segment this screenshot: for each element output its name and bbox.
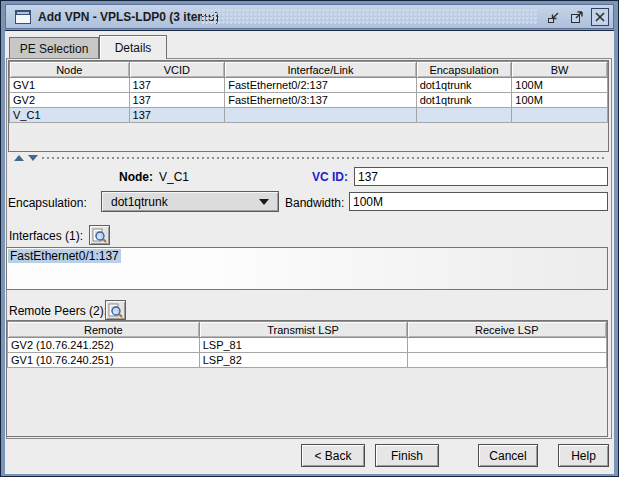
table-cell[interactable] [512, 108, 608, 123]
vcid-label: VC ID: [205, 170, 348, 184]
table-cell[interactable]: LSP_82 [199, 353, 407, 368]
interfaces-list[interactable]: FastEthernet0/1:137 [6, 247, 608, 290]
close-button[interactable] [591, 8, 609, 26]
collapse-up-icon[interactable] [14, 155, 24, 161]
table-cell[interactable] [416, 108, 512, 123]
table-cell[interactable] [407, 338, 606, 353]
list-item[interactable]: FastEthernet0/1:137 [7, 248, 607, 263]
magnifier-icon [108, 303, 123, 318]
table-row[interactable]: GV2 (10.76.241.252)LSP_81 [8, 338, 607, 353]
table-cell[interactable]: FastEthernet0/2:137 [225, 78, 416, 93]
bandwidth-label: Bandwidth: [285, 196, 344, 210]
interfaces-label: Interfaces (1): [9, 229, 83, 243]
table-cell[interactable]: 137 [129, 93, 225, 108]
maximize-button[interactable] [568, 8, 586, 26]
table-cell[interactable] [225, 108, 416, 123]
column-header[interactable]: Remote [8, 322, 200, 338]
table-cell[interactable]: LSP_81 [199, 338, 407, 353]
node-table: NodeVCIDInterface/LinkEncapsulationBWGV1… [9, 61, 608, 123]
back-button[interactable]: < Back [301, 444, 365, 467]
table-cell[interactable]: 137 [129, 78, 225, 93]
interfaces-search-button[interactable] [89, 225, 110, 245]
maximize-icon [569, 9, 585, 25]
window-title: Add VPN - VPLS-LDP0 (3 items) [38, 10, 219, 24]
table-cell[interactable]: 100M [512, 93, 608, 108]
column-header[interactable]: BW [512, 62, 608, 78]
table-cell[interactable]: V_C1 [10, 108, 130, 123]
divider-texture [42, 157, 607, 160]
tab-details[interactable]: Details [99, 35, 167, 59]
close-icon [594, 11, 606, 23]
split-divider[interactable] [8, 153, 609, 163]
title-bar[interactable]: Add VPN - VPLS-LDP0 (3 items) [5, 4, 614, 29]
cancel-button[interactable]: Cancel [478, 444, 538, 467]
table-row[interactable]: V_C1137 [10, 108, 608, 123]
collapse-down-icon[interactable] [28, 155, 38, 161]
magnifier-icon [92, 228, 107, 243]
node-value: V_C1 [159, 170, 189, 184]
bandwidth-input[interactable] [349, 192, 608, 211]
chevron-down-icon [259, 199, 269, 205]
window-icon [15, 10, 31, 28]
node-label: Node: [11, 170, 153, 184]
table-row[interactable]: GV2137FastEthernet0/3:137dot1qtrunk100M [10, 93, 608, 108]
column-header[interactable]: Interface/Link [225, 62, 416, 78]
tab-pe-selection[interactable]: PE Selection [9, 37, 99, 58]
table-cell[interactable] [407, 353, 606, 368]
column-header[interactable]: Encapsulation [416, 62, 512, 78]
column-header[interactable]: VCID [129, 62, 225, 78]
vcid-input[interactable] [354, 167, 608, 186]
table-cell[interactable]: GV1 [10, 78, 130, 93]
table-cell[interactable]: GV2 [10, 93, 130, 108]
remote-peers-table: RemoteTransmist LSPReceive LSPGV2 (10.76… [7, 321, 607, 368]
remote-peers-search-button[interactable] [105, 300, 126, 320]
dialog-body: PE Selection Details NodeVCIDInterface/L… [5, 30, 614, 474]
table-cell[interactable]: FastEthernet0/3:137 [225, 93, 416, 108]
table-row[interactable]: GV1137FastEthernet0/2:137dot1qtrunk100M [10, 78, 608, 93]
remote-peers-scrollpane[interactable]: RemoteTransmist LSPReceive LSPGV2 (10.76… [6, 320, 608, 437]
encapsulation-combobox[interactable]: dot1qtrunk [101, 191, 279, 212]
table-cell[interactable]: GV2 (10.76.241.252) [8, 338, 200, 353]
table-cell[interactable]: dot1qtrunk [416, 93, 512, 108]
column-header[interactable]: Transmist LSP [199, 322, 407, 338]
table-cell[interactable]: GV1 (10.76.240.251) [8, 353, 200, 368]
internal-frame-window: Add VPN - VPLS-LDP0 (3 items) [0, 0, 619, 477]
table-cell[interactable]: 137 [129, 108, 225, 123]
column-header[interactable]: Receive LSP [407, 322, 606, 338]
remote-peers-label: Remote Peers (2): [9, 304, 107, 318]
column-header[interactable]: Node [10, 62, 130, 78]
help-button[interactable]: Help [558, 444, 609, 467]
encapsulation-label: Encapsulation: [8, 196, 87, 210]
finish-button[interactable]: Finish [375, 444, 439, 467]
table-cell[interactable]: 100M [512, 78, 608, 93]
node-table-scrollpane[interactable]: NodeVCIDInterface/LinkEncapsulationBWGV1… [8, 60, 609, 152]
interface-item-selected[interactable]: FastEthernet0/1:137 [8, 249, 121, 263]
minimize-icon [546, 9, 562, 25]
table-cell[interactable]: dot1qtrunk [416, 78, 512, 93]
minimize-button[interactable] [545, 8, 563, 26]
table-row[interactable]: GV1 (10.76.240.251)LSP_82 [8, 353, 607, 368]
encapsulation-value: dot1qtrunk [111, 195, 168, 209]
